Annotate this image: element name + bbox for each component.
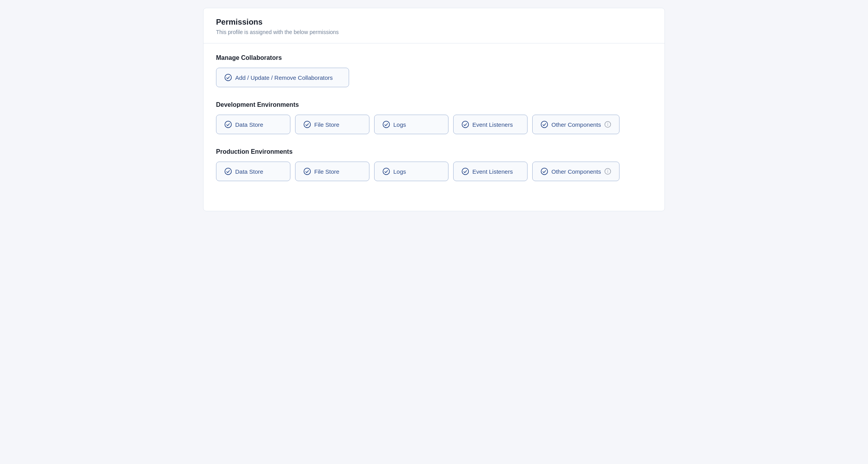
permission-item-dev-logs[interactable]: Logs	[374, 115, 448, 134]
permission-item-dev-data-store[interactable]: Data Store	[216, 115, 290, 134]
page-subtitle: This profile is assigned with the below …	[216, 29, 652, 35]
check-circle-icon	[461, 120, 469, 128]
permission-item-prod-file-store[interactable]: File Store	[295, 162, 369, 181]
items-grid-production-environments: Data StoreFile StoreLogsEvent ListenersO…	[216, 162, 652, 181]
item-label-dev-logs: Logs	[393, 121, 406, 128]
check-circle-icon	[303, 167, 311, 175]
permission-item-dev-file-store[interactable]: File Store	[295, 115, 369, 134]
svg-point-12	[462, 168, 469, 175]
permission-item-add-update-remove[interactable]: Add / Update / Remove Collaborators	[216, 68, 349, 87]
page-header: Permissions This profile is assigned wit…	[203, 8, 665, 43]
permission-item-prod-other-components[interactable]: Other Components	[532, 162, 619, 181]
check-circle-icon	[540, 120, 548, 128]
page-content: Manage CollaboratorsAdd / Update / Remov…	[203, 43, 665, 211]
section-title-manage-collaborators: Manage Collaborators	[216, 54, 652, 61]
section-production-environments: Production EnvironmentsData StoreFile St…	[216, 148, 652, 181]
item-label-dev-other-components: Other Components	[551, 121, 601, 128]
section-development-environments: Development EnvironmentsData StoreFile S…	[216, 101, 652, 134]
section-manage-collaborators: Manage CollaboratorsAdd / Update / Remov…	[216, 54, 652, 87]
section-title-development-environments: Development Environments	[216, 101, 652, 108]
check-circle-icon	[382, 167, 390, 175]
item-label-prod-file-store: File Store	[314, 168, 339, 175]
svg-point-2	[304, 121, 311, 128]
item-label-dev-event-listeners: Event Listeners	[472, 121, 513, 128]
check-circle-icon	[303, 120, 311, 128]
item-label-prod-other-components: Other Components	[551, 168, 601, 175]
permissions-panel: Permissions This profile is assigned wit…	[203, 8, 665, 211]
items-grid-development-environments: Data StoreFile StoreLogsEvent ListenersO…	[216, 115, 652, 134]
item-label-dev-file-store: File Store	[314, 121, 339, 128]
item-label-dev-data-store: Data Store	[235, 121, 263, 128]
check-circle-icon	[224, 167, 232, 175]
check-circle-icon	[540, 167, 548, 175]
permission-item-dev-event-listeners[interactable]: Event Listeners	[453, 115, 528, 134]
permission-item-prod-data-store[interactable]: Data Store	[216, 162, 290, 181]
svg-point-5	[541, 121, 548, 128]
item-label-add-update-remove: Add / Update / Remove Collaborators	[235, 74, 333, 81]
svg-point-1	[225, 121, 232, 128]
svg-point-3	[383, 121, 390, 128]
svg-point-11	[383, 168, 390, 175]
permission-item-dev-other-components[interactable]: Other Components	[532, 115, 619, 134]
page-title: Permissions	[216, 18, 652, 27]
check-circle-icon	[224, 74, 232, 81]
info-icon[interactable]	[604, 121, 611, 128]
item-label-prod-event-listeners: Event Listeners	[472, 168, 513, 175]
info-icon[interactable]	[604, 168, 611, 175]
check-circle-icon	[382, 120, 390, 128]
svg-point-13	[541, 168, 548, 175]
item-label-prod-data-store: Data Store	[235, 168, 263, 175]
item-label-prod-logs: Logs	[393, 168, 406, 175]
check-circle-icon	[224, 120, 232, 128]
permission-item-prod-event-listeners[interactable]: Event Listeners	[453, 162, 528, 181]
svg-point-4	[462, 121, 469, 128]
check-circle-icon	[461, 167, 469, 175]
permission-item-prod-logs[interactable]: Logs	[374, 162, 448, 181]
items-grid-manage-collaborators: Add / Update / Remove Collaborators	[216, 68, 652, 87]
svg-point-9	[225, 168, 232, 175]
svg-point-10	[304, 168, 311, 175]
section-title-production-environments: Production Environments	[216, 148, 652, 155]
svg-point-0	[225, 74, 232, 81]
